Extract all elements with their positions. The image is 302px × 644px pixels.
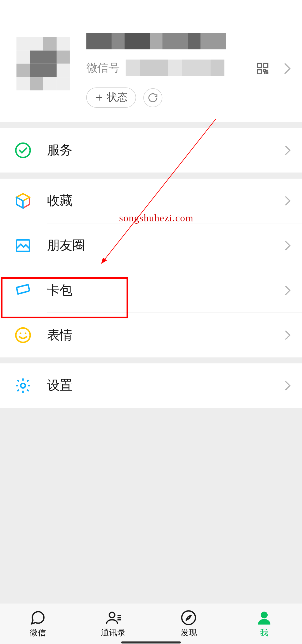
svg-point-18 [182, 611, 196, 624]
tab-me-label: 我 [260, 627, 268, 638]
tab-contacts[interactable]: 通讯录 [76, 603, 151, 644]
chevron-right-icon [285, 145, 291, 155]
svg-point-9 [16, 328, 30, 342]
services-icon [14, 142, 32, 159]
menu-settings[interactable]: 设置 [0, 363, 302, 408]
moments-icon [14, 237, 32, 254]
cards-icon [14, 282, 32, 299]
tab-discover-label: 发现 [181, 627, 197, 638]
svg-rect-5 [264, 72, 265, 74]
menu-favorites-label: 收藏 [47, 192, 285, 210]
section-services: 服务 [0, 128, 302, 172]
gear-icon [14, 377, 32, 394]
svg-point-10 [20, 333, 21, 334]
svg-rect-3 [264, 70, 265, 72]
tab-me[interactable]: 我 [226, 603, 302, 644]
tab-contacts-label: 通讯录 [101, 627, 126, 638]
svg-point-14 [109, 612, 115, 618]
plus-icon: ＋ [93, 91, 105, 103]
svg-marker-19 [186, 615, 192, 620]
tab-chats-label: 微信 [30, 627, 46, 638]
menu-moments[interactable]: 朋友圈 [0, 223, 302, 268]
menu-settings-label: 设置 [47, 377, 285, 394]
svg-rect-4 [266, 72, 268, 74]
compass-icon [181, 609, 197, 626]
section-settings: 设置 [0, 363, 302, 408]
menu-moments-label: 朋友圈 [47, 237, 285, 254]
svg-rect-6 [266, 70, 268, 72]
chevron-right-icon [285, 241, 291, 250]
svg-rect-1 [264, 63, 268, 68]
favorites-icon [14, 192, 32, 210]
chevron-right-icon [285, 381, 291, 390]
stickers-icon [14, 326, 32, 344]
watermark: songshuhezi.com [119, 213, 194, 224]
person-icon [256, 609, 273, 626]
svg-point-7 [16, 143, 30, 157]
chat-icon [30, 609, 46, 626]
tabbar: 微信 通讯录 发现 我 [0, 603, 302, 644]
wxid-redacted [126, 60, 225, 76]
svg-rect-0 [257, 63, 261, 68]
tab-discover[interactable]: 发现 [151, 603, 226, 644]
menu-cards-label: 卡包 [47, 282, 285, 299]
menu-services-label: 服务 [47, 142, 285, 159]
status-button[interactable]: ＋ 状态 [86, 87, 136, 108]
profile-card[interactable]: 微信号 ＋ 状态 [0, 0, 302, 122]
wxid-label: 微信号 [86, 60, 120, 75]
nickname-redacted [86, 33, 226, 49]
contacts-icon [105, 609, 122, 626]
qrcode-icon[interactable] [256, 61, 270, 75]
svg-point-12 [21, 383, 25, 388]
svg-rect-2 [257, 70, 261, 74]
refresh-button[interactable] [143, 88, 162, 107]
svg-point-11 [25, 333, 26, 334]
menu-stickers-label: 表情 [47, 326, 285, 344]
home-indicator [121, 641, 181, 643]
chevron-right-icon [284, 63, 291, 74]
avatar[interactable] [16, 37, 70, 90]
chevron-right-icon [285, 196, 291, 206]
chevron-right-icon [285, 285, 291, 295]
status-button-label: 状态 [107, 90, 127, 104]
menu-services[interactable]: 服务 [0, 128, 302, 172]
chevron-right-icon [285, 330, 291, 340]
section-personal: 收藏 朋友圈 卡包 [0, 179, 302, 357]
me-page: 微信号 ＋ 状态 [0, 0, 302, 408]
svg-point-20 [261, 611, 268, 618]
menu-stickers[interactable]: 表情 [0, 313, 302, 357]
tab-chats[interactable]: 微信 [0, 603, 76, 644]
refresh-icon [148, 92, 158, 103]
menu-cards[interactable]: 卡包 [0, 268, 302, 313]
